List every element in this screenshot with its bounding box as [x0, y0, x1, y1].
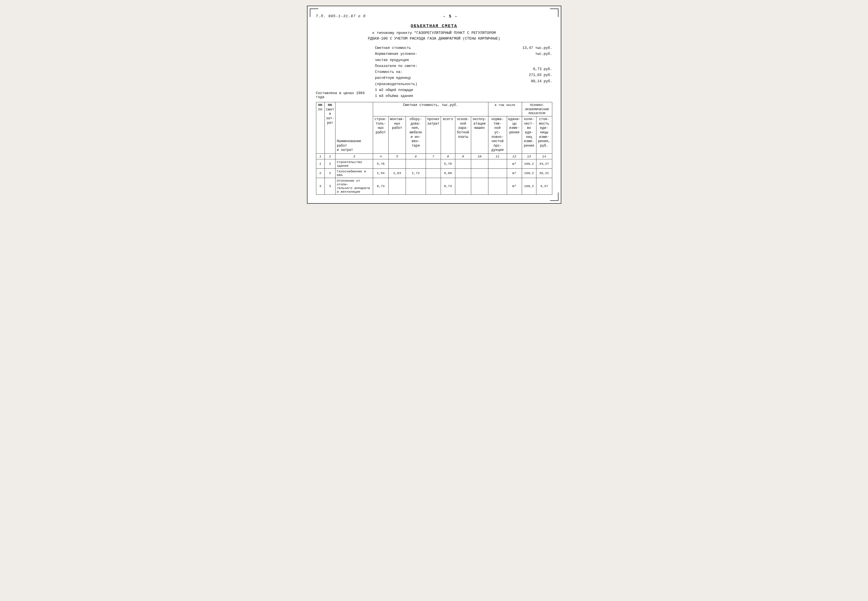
- row2-n2: 2: [325, 168, 335, 178]
- row1-qty: 168,I: [522, 159, 536, 168]
- title-sub-1: к типовому проекту "ГАЗОРЕГУЛЯТОРНЫЙ ПУН…: [316, 30, 552, 36]
- meta-right: 13,47 тыс.руб. тыс.руб. 0,73 руб. 271,03…: [493, 45, 552, 99]
- composed-label: Составлена в ценах 1984 года: [316, 91, 375, 99]
- th-exp: эксплу-атациимашин: [471, 116, 488, 154]
- th-mount: монтаж-ныхработ: [389, 116, 406, 154]
- title-sub-2: РДБКИ-100 С УЧЕТОМ РАСХОДА ГАЗА ДИАФРАГМ…: [316, 36, 552, 41]
- row1-cost: 34,27: [536, 159, 552, 168]
- label-smetnaya: Сметная стоимость: [375, 45, 493, 51]
- row1-build: 5,76: [373, 159, 389, 168]
- row3-norm: [488, 178, 507, 194]
- th-unit: едини-цыизме-рения: [507, 116, 522, 154]
- th-equip: обору-дова-ния,мебелии ин-вен-таря: [406, 116, 426, 154]
- row2-cost: 36,2I: [536, 168, 552, 178]
- row2-build: I,54: [373, 168, 389, 178]
- header: Т.П. 905-1-31.87 о б - 5 -: [316, 13, 552, 19]
- idx-2: 2: [325, 153, 335, 159]
- row1-unit: м³: [507, 159, 522, 168]
- label-m2: 1 м2 общей площади: [375, 87, 493, 93]
- th-name: Наименование работи затрат: [336, 102, 373, 154]
- row1-norm: [488, 159, 507, 168]
- row2-base: [455, 168, 471, 178]
- row1-base: [455, 159, 471, 168]
- row3-base: [455, 178, 471, 194]
- row3-n2: 3: [325, 178, 335, 194]
- meta-center: Сметная стоимость Нормативная условно- ч…: [375, 45, 493, 99]
- idx-11: 11: [488, 153, 507, 159]
- row2-norm: [488, 168, 507, 178]
- idx-1: 1: [316, 153, 325, 159]
- label-chistaya: чистая продукция: [375, 57, 493, 63]
- corner-tl: [310, 9, 318, 17]
- val-normativnaya: тыс.руб.: [493, 51, 552, 57]
- table-row: 3 3 Отопление от отопи-тельного аппарата…: [316, 178, 552, 194]
- meta-left: Составлена в ценах 1984 года: [316, 45, 375, 99]
- row1-other: [426, 159, 441, 168]
- row3-total: 0,73: [441, 178, 455, 194]
- idx-12: 12: [507, 153, 522, 159]
- row3-mount: [389, 178, 406, 194]
- label-m3: 1 м3 объёма здания: [375, 93, 493, 99]
- row3-other: [426, 178, 441, 194]
- label-normativnaya: Нормативная условно-: [375, 51, 493, 57]
- label-raschet: расчётную единицу: [375, 75, 493, 81]
- row1-exp: [471, 159, 488, 168]
- row2-n1: 2: [316, 168, 325, 178]
- th-smetnaya-group: Сметная стоимость, тыс.руб.: [373, 102, 488, 116]
- th-qty: коли-чест-во еди-ницизме-рения: [522, 116, 536, 154]
- row2-name: Газоснабжение и КИА: [336, 168, 373, 178]
- table-row: 2 2 Газоснабжение и КИА I,54 2,83 I,72 6…: [316, 168, 552, 178]
- idx-9: 9: [455, 153, 471, 159]
- label-stoimost: Стоимость на:: [375, 69, 493, 75]
- row1-n2: I: [325, 159, 335, 168]
- row1-mount: [389, 159, 406, 168]
- corner-br: [550, 192, 558, 201]
- row2-equip: I,72: [406, 168, 426, 178]
- row3-qty: 168,I: [522, 178, 536, 194]
- idx-4: 4: [373, 153, 389, 159]
- th-cost: стои-мостьеди-ницыизме-рения,руб.: [536, 116, 552, 154]
- th-num: №№пп: [316, 102, 325, 154]
- row2-unit: м³: [507, 168, 522, 178]
- th-vchastn: в том числе: [488, 102, 522, 116]
- row2-total: 6,09: [441, 168, 455, 178]
- th-build: строи-толь-ныхработ: [373, 116, 389, 154]
- row2-mount: 2,83: [389, 168, 406, 178]
- document-page: Т.П. 905-1-31.87 о б - 5 - ОБЪЕКТНАЯ СМЕ…: [307, 6, 561, 204]
- corner-tr: [550, 9, 558, 17]
- label-pokazateli: Показатели по смете:: [375, 63, 493, 69]
- idx-13: 13: [522, 153, 536, 159]
- row3-n1: 3: [316, 178, 325, 194]
- row2-other: [426, 168, 441, 178]
- title-section: ОБЪЕКТНАЯ СМЕТА к типовому проекту "ГАЗО…: [316, 24, 552, 41]
- th-base: основ-нойзара-ботнойплаты: [455, 116, 471, 154]
- val-m2: 271,03 руб.: [493, 72, 552, 78]
- row2-qty: 168,I: [522, 168, 536, 178]
- idx-5: 5: [389, 153, 406, 159]
- val-m3: 80,14 руб.: [493, 79, 552, 84]
- doc-ref: Т.П. 905-1-31.87 о б: [316, 14, 366, 18]
- row3-cost: 4,37: [536, 178, 552, 194]
- row1-n1: I: [316, 159, 325, 168]
- th-total: всего: [441, 116, 455, 154]
- table-row: I I Строительство здания 5,76 5,76 м³ 16…: [316, 159, 552, 168]
- th-other: прочихзатрат: [426, 116, 441, 154]
- index-row: 1 2 3 4 5 6 7 8 9 10 11 12 13 14: [316, 153, 552, 159]
- row1-equip: [406, 159, 426, 168]
- val-raschet: 0,73 руб.: [493, 66, 552, 72]
- idx-3: 3: [336, 153, 373, 159]
- idx-14: 14: [536, 153, 552, 159]
- row3-unit: м³: [507, 178, 522, 194]
- row1-total: 5,76: [441, 159, 455, 168]
- idx-10: 10: [471, 153, 488, 159]
- row3-equip: [406, 178, 426, 194]
- idx-7: 7: [426, 153, 441, 159]
- th-norm: норма-тив-нойус-ловно-чистойпро-дукции: [488, 116, 507, 154]
- row1-name: Строительство здания: [336, 159, 373, 168]
- row3-build: 0,73: [373, 178, 389, 194]
- label-proizv: (производительность): [375, 81, 493, 87]
- val-smetnaya: 13,47 тыс.руб.: [493, 45, 552, 51]
- main-table: №№пп №№смоти зат-рат Наименование работи…: [316, 102, 552, 195]
- row2-exp: [471, 168, 488, 178]
- title-main: ОБЪЕКТНАЯ СМЕТА: [316, 24, 552, 29]
